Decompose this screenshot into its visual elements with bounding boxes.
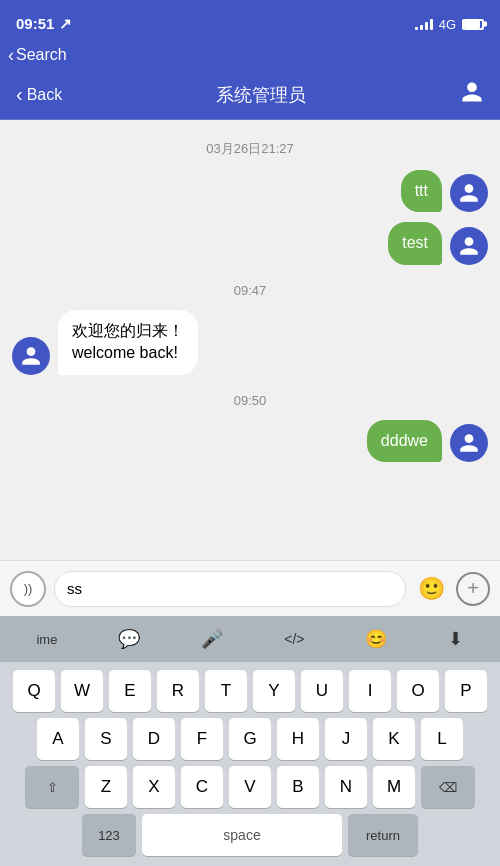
search-back-link[interactable]: ‹ Search — [8, 46, 67, 64]
timestamp-third: 09:50 — [12, 393, 488, 408]
chat-title: 系统管理员 — [216, 83, 306, 107]
signal-icon — [415, 18, 433, 30]
back-button[interactable]: ‹ Back — [16, 83, 62, 106]
key-space[interactable]: space — [142, 814, 342, 856]
key-h[interactable]: H — [277, 718, 319, 760]
key-d[interactable]: D — [133, 718, 175, 760]
avatar-sent — [450, 174, 488, 212]
voice-icon: )) — [24, 581, 33, 596]
key-a[interactable]: A — [37, 718, 79, 760]
message-row: dddwe — [12, 420, 488, 462]
keyboard-toolbar: ime 💬 🎤 </> 😊 ⬇ — [0, 616, 500, 662]
kb-tool-mic[interactable]: 🎤 — [193, 624, 231, 654]
status-right: 4G — [415, 17, 484, 32]
avatar-sent — [450, 424, 488, 462]
key-y[interactable]: Y — [253, 670, 295, 712]
chat-bubble-sent: test — [388, 222, 442, 264]
key-u[interactable]: U — [301, 670, 343, 712]
avatar-sent — [450, 227, 488, 265]
key-z[interactable]: Z — [85, 766, 127, 808]
profile-icon[interactable] — [460, 80, 484, 110]
kb-tool-chat[interactable]: 💬 — [110, 624, 148, 654]
keyboard-row-2: A S D F G H J K L — [4, 718, 496, 760]
key-g[interactable]: G — [229, 718, 271, 760]
keyboard-row-1: Q W E R T Y U I O P — [4, 670, 496, 712]
back-label: Back — [27, 86, 63, 104]
nav-bar: ‹ Back 系统管理员 — [0, 70, 500, 120]
timestamp-first: 03月26日21:27 — [12, 140, 488, 158]
message-input[interactable] — [54, 571, 406, 607]
chat-bubble-sent: dddwe — [367, 420, 442, 462]
kb-tool-ime[interactable]: ime — [28, 628, 65, 651]
key-i[interactable]: I — [349, 670, 391, 712]
keyboard-row-3: ⇧ Z X C V B N M ⌫ — [4, 766, 496, 808]
status-time: 09:51 ↗ — [16, 15, 72, 33]
search-back-label: Search — [16, 46, 67, 64]
key-k[interactable]: K — [373, 718, 415, 760]
keyboard: Q W E R T Y U I O P A S D F G H J K L ⇧ … — [0, 662, 500, 866]
input-bar: )) 🙂 + — [0, 560, 500, 616]
key-o[interactable]: O — [397, 670, 439, 712]
key-n[interactable]: N — [325, 766, 367, 808]
key-b[interactable]: B — [277, 766, 319, 808]
key-s[interactable]: S — [85, 718, 127, 760]
key-return[interactable]: return — [348, 814, 418, 856]
key-w[interactable]: W — [61, 670, 103, 712]
key-shift[interactable]: ⇧ — [25, 766, 79, 808]
message-row: ttt — [12, 170, 488, 212]
key-j[interactable]: J — [325, 718, 367, 760]
kb-tool-down[interactable]: ⬇ — [440, 624, 471, 654]
battery-icon — [462, 19, 484, 30]
key-t[interactable]: T — [205, 670, 247, 712]
chevron-left-icon: ‹ — [8, 46, 14, 64]
message-row: 欢迎您的归来！welcome back! — [12, 310, 488, 375]
key-v[interactable]: V — [229, 766, 271, 808]
key-c[interactable]: C — [181, 766, 223, 808]
voice-button[interactable]: )) — [10, 571, 46, 607]
status-bar: 09:51 ↗ 4G — [0, 0, 500, 44]
key-r[interactable]: R — [157, 670, 199, 712]
avatar-received — [12, 337, 50, 375]
timestamp-second: 09:47 — [12, 283, 488, 298]
kb-tool-emoji[interactable]: 😊 — [357, 624, 395, 654]
plus-icon: + — [467, 577, 479, 600]
key-q[interactable]: Q — [13, 670, 55, 712]
key-backspace[interactable]: ⌫ — [421, 766, 475, 808]
key-f[interactable]: F — [181, 718, 223, 760]
key-l[interactable]: L — [421, 718, 463, 760]
message-row: test — [12, 222, 488, 264]
chevron-left-icon: ‹ — [16, 83, 23, 106]
emoji-icon: 🙂 — [418, 576, 445, 602]
chat-area: 03月26日21:27 ttt test 09:47 欢迎您的归来！welcom… — [0, 120, 500, 560]
key-p[interactable]: P — [445, 670, 487, 712]
keyboard-row-4: 123 space return — [4, 814, 496, 856]
back-nav-search: ‹ Search — [0, 44, 500, 70]
network-label: 4G — [439, 17, 456, 32]
emoji-button[interactable]: 🙂 — [414, 572, 448, 606]
key-e[interactable]: E — [109, 670, 151, 712]
kb-tool-code[interactable]: </> — [276, 627, 312, 651]
key-m[interactable]: M — [373, 766, 415, 808]
key-x[interactable]: X — [133, 766, 175, 808]
chat-bubble-sent: ttt — [401, 170, 442, 212]
chat-bubble-received: 欢迎您的归来！welcome back! — [58, 310, 198, 375]
key-numbers[interactable]: 123 — [82, 814, 136, 856]
add-button[interactable]: + — [456, 572, 490, 606]
